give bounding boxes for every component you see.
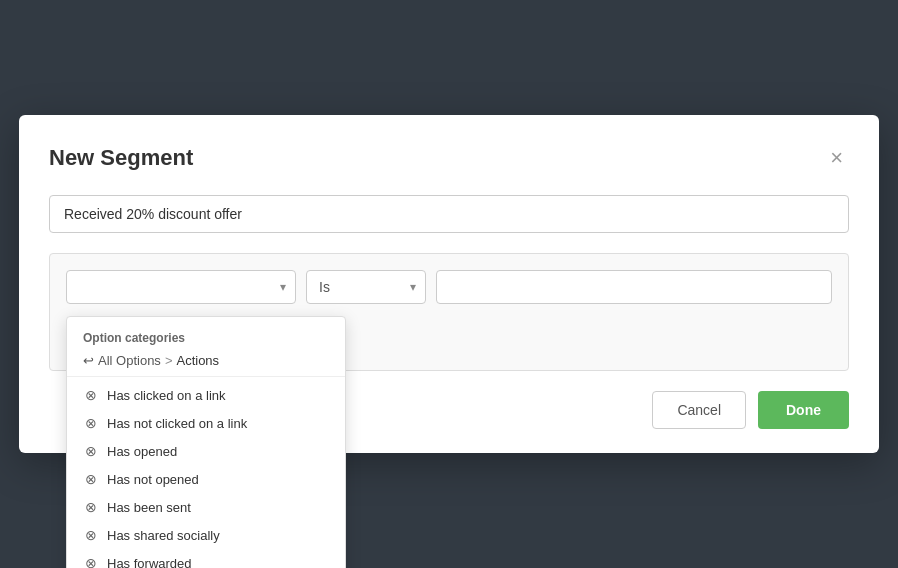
modal-header: New Segment × bbox=[49, 145, 849, 171]
item-icon: ⊗ bbox=[83, 527, 99, 543]
dropdown-items-list: ⊗Has clicked on a link⊗Has not clicked o… bbox=[67, 381, 345, 568]
condition-row: Option categories ↩ All Options > Action… bbox=[66, 270, 832, 304]
item-icon: ⊗ bbox=[83, 555, 99, 568]
close-button[interactable]: × bbox=[824, 145, 849, 171]
breadcrumb-back-label[interactable]: All Options bbox=[98, 353, 161, 368]
condition-type-select[interactable] bbox=[66, 270, 296, 304]
dropdown-item-label: Has not opened bbox=[107, 472, 199, 487]
dropdown-breadcrumb[interactable]: ↩ All Options > Actions bbox=[67, 349, 345, 377]
dropdown-item[interactable]: ⊗Has forwarded bbox=[67, 549, 345, 568]
dropdown-item-label: Has opened bbox=[107, 444, 177, 459]
dropdown-item-label: Has forwarded bbox=[107, 556, 192, 569]
dropdown-panel: Option categories ↩ All Options > Action… bbox=[66, 316, 346, 568]
segment-name-input[interactable] bbox=[49, 195, 849, 233]
dropdown-item-label: Has clicked on a link bbox=[107, 388, 226, 403]
breadcrumb-separator: > bbox=[165, 353, 173, 368]
operator-select[interactable]: Is Is not bbox=[306, 270, 426, 304]
dropdown-item-label: Has not clicked on a link bbox=[107, 416, 247, 431]
done-button[interactable]: Done bbox=[758, 391, 849, 429]
dropdown-item-label: Has been sent bbox=[107, 500, 191, 515]
dropdown-item[interactable]: ⊗Has opened bbox=[67, 437, 345, 465]
breadcrumb-current: Actions bbox=[176, 353, 219, 368]
dropdown-item-label: Has shared socially bbox=[107, 528, 220, 543]
dropdown-item[interactable]: ⊗Has shared socially bbox=[67, 521, 345, 549]
item-icon: ⊗ bbox=[83, 443, 99, 459]
dropdown-item[interactable]: ⊗Has not opened bbox=[67, 465, 345, 493]
item-icon: ⊗ bbox=[83, 387, 99, 403]
modal-title: New Segment bbox=[49, 145, 193, 171]
condition-value-input[interactable] bbox=[436, 270, 832, 304]
breadcrumb-back-icon: ↩ bbox=[83, 353, 94, 368]
dropdown-item[interactable]: ⊗Has been sent bbox=[67, 493, 345, 521]
dropdown-header: Option categories bbox=[67, 325, 345, 349]
item-icon: ⊗ bbox=[83, 499, 99, 515]
item-icon: ⊗ bbox=[83, 471, 99, 487]
dropdown-item[interactable]: ⊗Has not clicked on a link bbox=[67, 409, 345, 437]
cancel-button[interactable]: Cancel bbox=[652, 391, 746, 429]
condition-type-wrapper: Option categories ↩ All Options > Action… bbox=[66, 270, 296, 304]
new-segment-modal: New Segment × Option categories ↩ All Op bbox=[19, 115, 879, 453]
operator-wrapper: Is Is not bbox=[306, 270, 426, 304]
item-icon: ⊗ bbox=[83, 415, 99, 431]
dropdown-item[interactable]: ⊗Has clicked on a link bbox=[67, 381, 345, 409]
conditions-box: Option categories ↩ All Options > Action… bbox=[49, 253, 849, 371]
modal-overlay: New Segment × Option categories ↩ All Op bbox=[0, 0, 898, 568]
